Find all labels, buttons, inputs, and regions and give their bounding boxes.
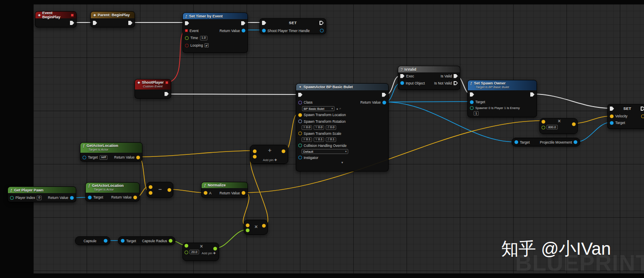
input-b-pin[interactable]	[149, 191, 152, 195]
node-getactorlocation-self[interactable]: ƒ GetActorLocation Target is Actor Targe…	[80, 142, 142, 161]
target-pin[interactable]	[82, 156, 86, 159]
event-delegate-pin[interactable]	[185, 29, 188, 32]
target-pin[interactable]	[514, 140, 518, 144]
return-value-pin[interactable]	[242, 29, 245, 32]
target-pin[interactable]	[88, 196, 92, 199]
collision-handling-pin[interactable]	[298, 144, 302, 147]
node-header[interactable]: ✦ SpawnActor BP Basic Bulet	[296, 84, 388, 90]
input-object-pin[interactable]	[400, 81, 404, 85]
output-value-pin[interactable]	[320, 29, 324, 32]
class-pin[interactable]	[298, 101, 302, 104]
exec-in-pin[interactable]	[93, 21, 97, 25]
return-value-pin[interactable]	[70, 196, 74, 200]
input-b-pin[interactable]	[185, 251, 188, 254]
velocity-pin[interactable]	[610, 114, 614, 118]
output-pin[interactable]	[169, 239, 172, 243]
output-pin[interactable]	[262, 224, 266, 228]
node-multiply-radius[interactable]: × 20.0 Add pin ✚	[182, 243, 219, 261]
timer-handle-pin[interactable]	[262, 29, 266, 32]
node-header[interactable]: ? IsValid	[398, 66, 460, 72]
return-value-pin[interactable]	[136, 156, 140, 159]
input-b-pin[interactable]	[246, 228, 250, 232]
node-header[interactable]: ◈ ShootPlayer Custom Event	[135, 79, 171, 89]
exec-out-pin[interactable]	[320, 21, 324, 25]
time-input[interactable]: 1.0	[200, 36, 207, 40]
output-pin[interactable]	[104, 239, 107, 243]
is-valid-exec-pin[interactable]	[454, 74, 458, 78]
delegate-pin[interactable]	[71, 14, 74, 17]
rotation-z-input[interactable]: Z0.0	[326, 125, 336, 130]
exec-out-pin[interactable]	[165, 92, 169, 96]
node-projectile-movement[interactable]: Target Projectile Movement	[512, 138, 580, 146]
exec-out-pin[interactable]	[530, 92, 534, 97]
exec-out-pin[interactable]	[70, 21, 74, 25]
target-pin[interactable]	[610, 121, 614, 125]
output-pin[interactable]	[282, 149, 285, 153]
spawner-input[interactable]: 1	[474, 111, 479, 116]
node-isvalid[interactable]: ? IsValid Exec Is Valid Input Object Is …	[398, 66, 460, 90]
node-shootplayer-event[interactable]: ◈ ShootPlayer Custom Event	[135, 79, 171, 99]
node-header[interactable]: ƒ Get Player Pawn	[8, 187, 76, 193]
exec-in-pin[interactable]	[262, 21, 266, 25]
browse-asset-icon[interactable]: ⌕	[339, 107, 341, 111]
exec-out-pin[interactable]	[241, 21, 245, 25]
node-capsule-get[interactable]: Capsule	[75, 236, 110, 245]
target-pin[interactable]	[121, 239, 125, 243]
node-set-spawn-owner[interactable]: ƒ Set Spawn Owner Target is BP Basic Bul…	[467, 80, 537, 117]
node-header[interactable]: ƒ GetActorLocation Target is Actor	[80, 143, 142, 153]
add-pin-button[interactable]: Add pin ✚	[263, 158, 277, 162]
node-header[interactable]: ◈ Parent: BeginPlay	[91, 12, 135, 18]
use-asset-icon[interactable]: ◂	[336, 107, 338, 111]
input-a-pin[interactable]	[149, 185, 152, 189]
multiplier-input[interactable]: 800.0	[547, 125, 558, 129]
return-value-pin[interactable]	[382, 101, 386, 104]
output-pin[interactable]	[572, 122, 576, 126]
input-a-pin[interactable]	[204, 191, 207, 195]
exec-in-pin[interactable]	[298, 93, 302, 97]
collapse-arrow-icon[interactable]: ▾	[296, 161, 388, 165]
spawner-pin[interactable]	[470, 106, 474, 110]
node-capsule-radius[interactable]: Target Capsule Radius	[118, 236, 175, 245]
node-get-player-pawn[interactable]: ƒ Get Player Pawn Player Index 0 Return …	[7, 186, 76, 202]
class-dropdown[interactable]: BP Basic Bulet ▾	[302, 106, 334, 111]
input-a-pin[interactable]	[185, 244, 188, 248]
input-b-pin[interactable]	[542, 126, 545, 129]
exec-out-pin[interactable]	[128, 21, 132, 25]
multiplier-input[interactable]: 20.0	[190, 250, 199, 254]
scale-y-input[interactable]: Y0.1	[314, 137, 324, 142]
scale-x-input[interactable]: X0.1	[302, 137, 312, 142]
node-getactorlocation-player[interactable]: ƒ GetActorLocation Target is Actor Targe…	[85, 182, 140, 201]
node-set-timer-by-event[interactable]: ƒ Set Timer by Event Event Return Value …	[182, 12, 248, 53]
exec-out-pin[interactable]	[382, 93, 386, 97]
input-b-pin[interactable]	[253, 155, 257, 159]
return-value-pin[interactable]	[133, 196, 137, 199]
node-header[interactable]: ƒ Set Spawn Owner Target is BP Basic Bul…	[468, 80, 537, 90]
node-header[interactable]: ƒ GetActorLocation Target is Actor	[86, 183, 139, 193]
rotation-x-input[interactable]: X0.0	[302, 125, 312, 130]
node-event-beginplay[interactable]: ◈ Event BeginPlay	[35, 11, 77, 27]
rotation-y-input[interactable]: Y0.0	[314, 125, 324, 130]
node-header[interactable]: ◈ Event BeginPlay	[35, 12, 76, 18]
return-value-pin[interactable]	[242, 191, 245, 195]
collision-handling-dropdown[interactable]: Default ▾	[302, 149, 348, 154]
node-subtract[interactable]: −	[147, 182, 173, 198]
exec-in-pin[interactable]	[400, 74, 404, 78]
exec-in-pin[interactable]	[470, 92, 474, 97]
target-pin[interactable]	[470, 100, 474, 104]
node-header[interactable]: ƒ Set Timer by Event	[183, 13, 247, 19]
add-pin-button[interactable]: Add pin ✚	[202, 251, 216, 255]
player-index-input[interactable]: 0	[37, 196, 42, 200]
exec-in-pin[interactable]	[185, 21, 189, 25]
time-pin[interactable]	[185, 36, 189, 40]
spawn-scale-pin[interactable]	[298, 132, 302, 135]
looping-checkbox[interactable]: ✔	[205, 43, 209, 47]
looping-pin[interactable]	[185, 44, 189, 47]
node-header[interactable]: ƒ Normalize	[202, 182, 247, 188]
spawn-rotation-pin[interactable]	[298, 119, 302, 123]
input-a-pin[interactable]	[542, 120, 545, 124]
exec-out-pin[interactable]	[641, 107, 644, 111]
player-index-pin[interactable]	[10, 196, 14, 200]
node-add-vector[interactable]: ＋ Add pin ✚	[250, 145, 288, 164]
exec-in-pin[interactable]	[610, 107, 614, 111]
spawn-location-pin[interactable]	[298, 113, 302, 117]
